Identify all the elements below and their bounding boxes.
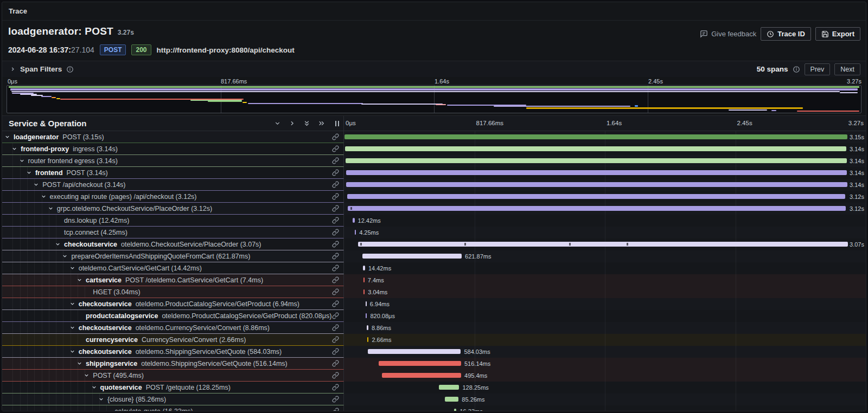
- span-timeline-cell[interactable]: 16.33ms: [344, 405, 866, 411]
- span-name-cell[interactable]: executing api route (pages) /api/checkou…: [2, 191, 344, 203]
- span-bar[interactable]: [355, 230, 356, 235]
- collapse-caret-icon[interactable]: [48, 205, 54, 211]
- span-bar[interactable]: [346, 170, 847, 175]
- span-timeline-cell[interactable]: 584.03ms: [344, 346, 866, 358]
- span-link-icon[interactable]: [332, 407, 339, 411]
- span-name-cell[interactable]: POST (495.4ms): [2, 370, 344, 382]
- span-name-cell[interactable]: checkoutserviceoteldemo.CheckoutService/…: [2, 238, 344, 250]
- span-name-cell[interactable]: dns.lookup (12.42ms): [2, 215, 344, 227]
- span-bar[interactable]: [363, 266, 365, 270]
- span-filters-toggle[interactable]: Span Filters: [10, 65, 74, 73]
- span-bar[interactable]: [366, 301, 367, 306]
- collapse-caret-icon[interactable]: [19, 158, 25, 164]
- span-timeline-cell[interactable]: 3.14s: [344, 179, 866, 191]
- span-name-cell[interactable]: tcp.connect (4.25ms): [2, 227, 344, 238]
- span-bar[interactable]: [363, 289, 365, 294]
- span-link-icon[interactable]: [332, 180, 339, 190]
- span-timeline-cell[interactable]: 3.12s: [344, 203, 866, 215]
- collapse-caret-icon[interactable]: [91, 384, 97, 390]
- span-link-icon[interactable]: [332, 240, 339, 250]
- export-button[interactable]: Export: [815, 27, 860, 41]
- span-link-icon[interactable]: [332, 157, 339, 166]
- give-feedback-button[interactable]: Give feedback: [700, 30, 756, 38]
- span-timeline-cell[interactable]: 14.42ms: [344, 262, 866, 274]
- span-timeline-cell[interactable]: 3.04ms: [344, 286, 866, 298]
- span-link-icon[interactable]: [332, 324, 339, 333]
- span-name-cell[interactable]: HGET (3.04ms): [2, 286, 344, 298]
- span-timeline-cell[interactable]: 3.15s: [344, 131, 866, 143]
- span-bar[interactable]: [367, 325, 368, 330]
- span-timeline-cell[interactable]: 495.4ms: [344, 370, 866, 382]
- span-timeline-cell[interactable]: 3.14s: [344, 143, 866, 155]
- span-bar[interactable]: [379, 361, 461, 366]
- span-name-cell[interactable]: prepareOrderItemsAndShippingQuoteFromCar…: [2, 250, 344, 262]
- span-timeline-cell[interactable]: 8.86ms: [344, 322, 866, 334]
- span-bar[interactable]: [439, 385, 459, 390]
- span-link-icon[interactable]: [332, 276, 339, 286]
- next-button[interactable]: Next: [834, 63, 860, 75]
- span-timeline-cell[interactable]: 3.07s: [344, 238, 866, 250]
- span-link-icon[interactable]: [332, 169, 339, 178]
- expand-all-icon[interactable]: [318, 120, 325, 127]
- collapse-all-icon[interactable]: [303, 120, 310, 127]
- span-link-icon[interactable]: [332, 252, 339, 262]
- span-timeline-cell[interactable]: 2.66ms: [344, 334, 866, 346]
- collapse-one-icon[interactable]: [274, 120, 281, 127]
- span-timeline-cell[interactable]: 85.26ms: [344, 393, 866, 405]
- span-link-icon[interactable]: [332, 204, 339, 214]
- span-timeline-cell[interactable]: 4.25ms: [344, 227, 866, 238]
- span-name-cell[interactable]: calculate-quote (16.33ms): [2, 405, 344, 411]
- span-timeline-cell[interactable]: 3.14s: [344, 155, 866, 167]
- span-bar[interactable]: [344, 134, 847, 139]
- prev-button[interactable]: Prev: [805, 63, 831, 75]
- span-bar[interactable]: [346, 158, 847, 163]
- span-timeline-cell[interactable]: 3.12s: [344, 191, 866, 203]
- span-name-cell[interactable]: oteldemo.CartService/GetCart (14.42ms): [2, 262, 344, 274]
- span-timeline-cell[interactable]: 128.25ms: [344, 382, 866, 393]
- span-link-icon[interactable]: [332, 335, 339, 345]
- span-link-icon[interactable]: [332, 192, 339, 202]
- span-timeline-cell[interactable]: 7.4ms: [344, 274, 866, 286]
- span-link-icon[interactable]: [332, 312, 339, 321]
- collapse-caret-icon[interactable]: [98, 396, 104, 402]
- span-link-icon[interactable]: [332, 228, 339, 238]
- span-link-icon[interactable]: [332, 371, 339, 381]
- collapse-caret-icon[interactable]: [69, 301, 75, 307]
- span-link-icon[interactable]: [332, 300, 339, 309]
- span-name-cell[interactable]: cartservicePOST /oteldemo.CartService/Ge…: [2, 274, 344, 286]
- span-bar[interactable]: [353, 218, 355, 223]
- span-bar[interactable]: [368, 349, 461, 354]
- span-bar[interactable]: [445, 397, 458, 402]
- span-name-cell[interactable]: shippingserviceoteldemo.ShippingService/…: [2, 358, 344, 370]
- span-name-cell[interactable]: checkoutserviceoteldemo.ProductCatalogSe…: [2, 298, 344, 310]
- span-link-icon[interactable]: [332, 145, 339, 154]
- span-name-cell[interactable]: frontendPOST (3.14s): [2, 167, 344, 179]
- span-name-cell[interactable]: checkoutserviceoteldemo.ShippingService/…: [2, 346, 344, 358]
- span-name-cell[interactable]: productcatalogserviceoteldemo.ProductCat…: [2, 310, 344, 322]
- collapse-caret-icon[interactable]: [4, 134, 10, 140]
- span-name-cell[interactable]: grpc.oteldemo.CheckoutService/PlaceOrder…: [2, 203, 344, 215]
- trace-id-button[interactable]: Trace ID: [761, 27, 811, 41]
- expand-one-icon[interactable]: [289, 120, 296, 127]
- collapse-caret-icon[interactable]: [69, 325, 75, 331]
- panel-resize-grip[interactable]: [335, 120, 340, 127]
- span-name-cell[interactable]: frontend-proxyingress (3.14s): [2, 143, 344, 155]
- span-timeline-cell[interactable]: 621.87ms: [344, 250, 866, 262]
- span-name-cell[interactable]: POST /api/checkout (3.14s): [2, 179, 344, 191]
- collapse-caret-icon[interactable]: [69, 349, 75, 354]
- span-link-icon[interactable]: [332, 288, 339, 298]
- collapse-caret-icon[interactable]: [62, 253, 68, 259]
- span-timeline-cell[interactable]: 3.14s: [344, 167, 866, 179]
- span-timeline-cell[interactable]: 820.08μs: [344, 310, 866, 322]
- span-link-icon[interactable]: [332, 395, 339, 405]
- collapse-caret-icon[interactable]: [76, 277, 82, 283]
- span-name-cell[interactable]: loadgeneratorPOST (3.15s): [2, 131, 344, 143]
- span-timeline-cell[interactable]: 516.14ms: [344, 358, 866, 370]
- span-bar[interactable]: [366, 313, 367, 318]
- span-link-icon[interactable]: [332, 133, 339, 143]
- span-bar[interactable]: [347, 194, 845, 199]
- span-link-icon[interactable]: [332, 359, 339, 369]
- collapse-caret-icon[interactable]: [76, 360, 82, 366]
- span-bar[interactable]: [346, 182, 847, 187]
- collapse-caret-icon[interactable]: [41, 193, 47, 199]
